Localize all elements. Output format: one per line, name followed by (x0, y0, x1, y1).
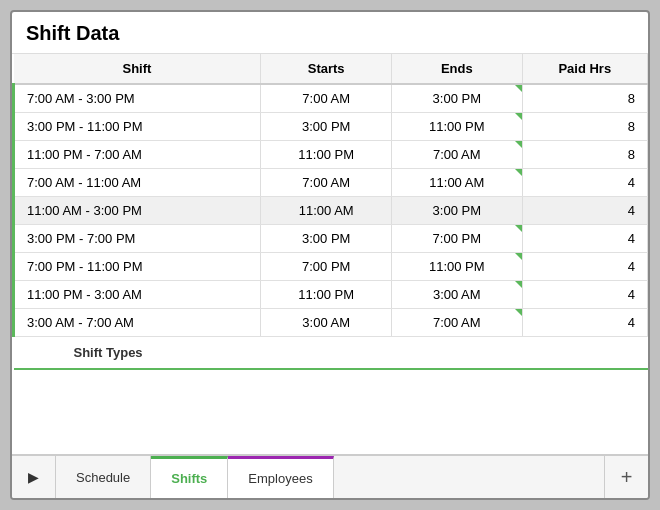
shift-types-row: Shift Types (14, 337, 648, 370)
table-row[interactable]: 11:00 AM - 3:00 PM11:00 AM3:00 PM4 (14, 197, 648, 225)
page-title: Shift Data (26, 22, 634, 45)
cell-starts: 3:00 PM (261, 113, 392, 141)
cell-paid-hrs: 4 (522, 309, 647, 337)
cell-ends: 3:00 PM (391, 84, 522, 113)
cell-paid-hrs: 4 (522, 225, 647, 253)
cell-ends: 7:00 AM (391, 141, 522, 169)
cell-shift: 11:00 AM - 3:00 PM (14, 197, 261, 225)
cell-shift: 7:00 AM - 3:00 PM (14, 84, 261, 113)
cell-starts: 11:00 PM (261, 281, 392, 309)
cell-ends: 3:00 AM (391, 281, 522, 309)
cell-paid-hrs: 8 (522, 141, 647, 169)
tab-shifts[interactable]: Shifts (151, 456, 228, 498)
cell-starts: 11:00 AM (261, 197, 392, 225)
col-header-ends: Ends (391, 54, 522, 84)
cell-starts: 7:00 AM (261, 169, 392, 197)
table-row[interactable]: 7:00 AM - 3:00 PM7:00 AM3:00 PM8 (14, 84, 648, 113)
cell-shift: 3:00 PM - 7:00 PM (14, 225, 261, 253)
table-area: Shift Starts Ends Paid Hrs 7:00 AM - 3:0… (12, 54, 648, 454)
cell-shift: 3:00 AM - 7:00 AM (14, 309, 261, 337)
shift-table: Shift Starts Ends Paid Hrs 7:00 AM - 3:0… (12, 54, 648, 370)
title-bar: Shift Data (12, 12, 648, 54)
col-header-starts: Starts (261, 54, 392, 84)
cell-ends: 11:00 AM (391, 169, 522, 197)
cell-starts: 7:00 AM (261, 84, 392, 113)
cell-ends: 3:00 PM (391, 197, 522, 225)
cell-starts: 11:00 PM (261, 141, 392, 169)
cell-starts: 7:00 PM (261, 253, 392, 281)
tab-bar: ▶ Schedule Shifts Employees + (12, 454, 648, 498)
cell-paid-hrs: 4 (522, 253, 647, 281)
table-row[interactable]: 11:00 PM - 7:00 AM11:00 PM7:00 AM8 (14, 141, 648, 169)
cell-paid-hrs: 4 (522, 197, 647, 225)
table-row[interactable]: 3:00 PM - 11:00 PM3:00 PM11:00 PM8 (14, 113, 648, 141)
table-row[interactable]: 7:00 AM - 11:00 AM7:00 AM11:00 AM4 (14, 169, 648, 197)
add-tab-button[interactable]: + (604, 456, 648, 498)
cell-paid-hrs: 8 (522, 113, 647, 141)
cell-paid-hrs: 4 (522, 169, 647, 197)
col-header-paid-hrs: Paid Hrs (522, 54, 647, 84)
tab-employees[interactable]: Employees (228, 456, 333, 498)
table-header-row: Shift Starts Ends Paid Hrs (14, 54, 648, 84)
main-window: Shift Data Shift Starts Ends Paid Hrs 7:… (10, 10, 650, 500)
table-row[interactable]: 7:00 PM - 11:00 PM7:00 PM11:00 PM4 (14, 253, 648, 281)
cell-paid-hrs: 4 (522, 281, 647, 309)
shift-types-label[interactable]: Shift Types (14, 337, 648, 370)
cell-ends: 11:00 PM (391, 253, 522, 281)
cell-shift: 7:00 PM - 11:00 PM (14, 253, 261, 281)
cell-shift: 11:00 PM - 7:00 AM (14, 141, 261, 169)
cell-ends: 7:00 PM (391, 225, 522, 253)
cell-ends: 11:00 PM (391, 113, 522, 141)
tab-schedule[interactable]: Schedule (56, 456, 151, 498)
table-row[interactable]: 11:00 PM - 3:00 AM11:00 PM3:00 AM4 (14, 281, 648, 309)
cell-shift: 7:00 AM - 11:00 AM (14, 169, 261, 197)
cell-shift: 3:00 PM - 11:00 PM (14, 113, 261, 141)
table-row[interactable]: 3:00 AM - 7:00 AM3:00 AM7:00 AM4 (14, 309, 648, 337)
table-row[interactable]: 3:00 PM - 7:00 PM3:00 PM7:00 PM4 (14, 225, 648, 253)
cell-paid-hrs: 8 (522, 84, 647, 113)
cell-starts: 3:00 AM (261, 309, 392, 337)
col-header-shift: Shift (14, 54, 261, 84)
cell-starts: 3:00 PM (261, 225, 392, 253)
cell-shift: 11:00 PM - 3:00 AM (14, 281, 261, 309)
cell-ends: 7:00 AM (391, 309, 522, 337)
play-button[interactable]: ▶ (12, 456, 56, 498)
